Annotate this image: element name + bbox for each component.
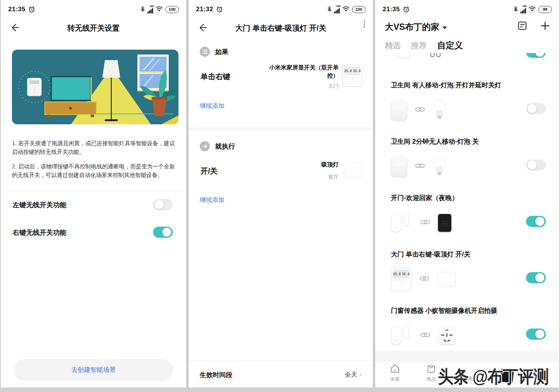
nav-bar: 大门 单击右键-吸顶灯 开/关 ⋮ <box>189 19 373 36</box>
nav-bar: 转无线开关设置 <box>1 19 186 36</box>
scene-toggle[interactable] <box>526 216 546 227</box>
tab-custom[interactable]: 自定义 <box>437 40 463 51</box>
scene-row[interactable]: 大门 单击右键-吸顶灯 开/关 25.632.4 <box>375 244 559 301</box>
target-device-room: 客厅 <box>258 174 339 181</box>
tab-recommended[interactable]: 推荐 <box>411 40 427 51</box>
chevron-right-icon: › <box>360 371 362 379</box>
condition-list-icon <box>200 47 210 57</box>
home-selector[interactable]: 大VS布丁的家 <box>385 21 447 33</box>
plug-icon <box>436 53 441 57</box>
wifi-icon <box>529 6 536 13</box>
then-label: 就执行 <box>215 142 235 151</box>
left-key-wireless-toggle[interactable] <box>153 199 173 210</box>
home-name: 大VS布丁的家 <box>385 21 439 33</box>
link-icon <box>415 106 425 114</box>
instruction-paragraph-2: 2. 启动后，该物理按键不再控制电线的通断电，而是变为一个全新的无线开关，可以通… <box>12 162 177 180</box>
tab-featured[interactable]: 精选 <box>385 40 401 51</box>
if-add-more-link[interactable]: 继续添加 <box>200 102 224 110</box>
link-icon <box>419 276 430 283</box>
automation-detail-screen: 21:32 HD 100 大门 单击右键-吸顶灯 开/关 ⋮ 如果 单击右键 小… <box>189 0 373 388</box>
signal-strength-icon: HD <box>334 5 340 13</box>
status-bar: 21:35 HD 100 <box>1 4 186 15</box>
round-device-icon <box>395 53 413 58</box>
motion-sensor-icon <box>391 156 407 177</box>
scene-title: 大门 单击右键-吸顶灯 开/关 <box>391 250 470 259</box>
scene-title: 卫生间 有人移动-灯泡 开灯并延时关灯 <box>391 81 501 90</box>
clock-time: 21:32 <box>196 6 213 13</box>
chevron-down-icon <box>442 27 447 29</box>
signal-strength-icon: HD <box>520 5 526 13</box>
living-room-illustration <box>12 50 178 124</box>
status-bar: 21:32 HD 100 <box>189 4 373 15</box>
mi-home-scenes-screen: 21:35 HD 99 大VS布丁的家 精选 推荐 自定义 卫生间 <box>375 0 559 388</box>
shopping-bag-icon <box>427 364 436 373</box>
more-menu-icon[interactable]: ⋮ <box>360 22 364 26</box>
scene-toggle[interactable] <box>526 103 546 114</box>
instruction-paragraph-1: 1. 若开关接通了电源且闲置，或已连接智能灯具等智能设备，建议启动按键的转无线开… <box>12 139 177 156</box>
lcd-humidity: 32.4 <box>402 272 410 276</box>
lcd-temperature: 25.6 <box>393 272 401 276</box>
clock-time: 21:35 <box>383 6 400 13</box>
scene-toggle[interactable] <box>526 159 546 171</box>
add-icon[interactable] <box>541 21 550 32</box>
nav-label: 米家 <box>382 376 408 383</box>
effective-period-label: 生效时间段 <box>200 370 233 379</box>
wifi-icon <box>342 6 349 13</box>
scene-tabs: 精选 推荐 自定义 <box>385 40 463 51</box>
partially-scrolled-scene-row <box>375 53 559 62</box>
section-divider <box>189 127 373 131</box>
toggle-knob <box>162 228 171 237</box>
target-device-name: 吸顶灯 <box>258 161 339 169</box>
scene-row[interactable]: 门窗传感器 小蚁智能摄像机开启拍摄 <box>375 300 559 351</box>
trigger-device-name: 小米米家屏显开关（双开单控） <box>258 63 339 80</box>
alarm-icon <box>28 6 35 13</box>
scene-row[interactable]: 卫生间 有人移动-灯泡 开灯并延时关灯 <box>375 75 559 131</box>
create-smart-scene-button[interactable]: 去创建智能场景 <box>14 359 173 381</box>
screenshot-frame-edge <box>0 388 560 392</box>
execute-action: 开/关 <box>200 166 218 176</box>
trigger-device-room: 大门 <box>258 83 339 90</box>
signal-strength-icon: HD <box>147 5 153 13</box>
nav-mi-home[interactable]: 米家 <box>382 364 408 383</box>
battery-icon: 99 <box>538 6 552 13</box>
battery-icon: 100 <box>352 6 365 13</box>
ceiling-light-thumbnail <box>344 163 362 178</box>
toggle-knob <box>155 200 164 209</box>
smart-socket-icon <box>438 327 456 345</box>
content-gap <box>375 351 559 361</box>
right-key-wireless-toggle[interactable] <box>153 227 173 238</box>
watermark-text: 头条 @布丁评测 <box>438 365 549 388</box>
link-icon <box>415 163 425 170</box>
bluetooth-icon <box>141 6 145 13</box>
then-add-more-link[interactable]: 继续添加 <box>200 196 224 204</box>
divider <box>189 361 373 361</box>
scene-toggle[interactable] <box>526 272 546 283</box>
alarm-icon <box>216 6 223 13</box>
scene-toggle[interactable] <box>526 329 546 340</box>
then-section-header: 就执行 <box>200 141 235 151</box>
scene-row[interactable]: 卫生间 2分钟无人移动-灯泡 关 <box>375 131 559 188</box>
lcd-humidity: 32.4 <box>353 69 361 73</box>
lcd-temperature: 25.6 <box>344 69 352 73</box>
bulb-icon <box>433 155 446 178</box>
scene-list: 卫生间 有人移动-灯泡 开灯并延时关灯 卫生间 2分钟无人移动-灯泡 关 开门-… <box>375 53 559 351</box>
scene-toggle[interactable] <box>526 53 546 58</box>
screen-switch-thumbnail: 25.632.4 <box>342 65 363 87</box>
scene-log-icon[interactable] <box>517 21 527 32</box>
effective-period-value[interactable]: 全天 › <box>345 370 362 379</box>
door-sensor-icon <box>391 325 413 346</box>
trigger-action: 单击右键 <box>200 72 230 82</box>
motion-sensor-icon <box>391 100 407 121</box>
scene-title: 开门-欢迎回家（夜晚） <box>391 193 458 202</box>
door-sensor-icon <box>391 212 413 234</box>
wireless-switch-settings-screen: 21:35 HD 100 转无线开关设置 <box>1 0 186 388</box>
automation-title: 大门 单击右键-吸顶灯 开/关 <box>189 23 373 33</box>
divider <box>1 192 186 192</box>
wifi-icon <box>156 6 163 13</box>
period-value-text: 全天 <box>345 370 357 379</box>
clock-time: 21:35 <box>8 6 25 13</box>
scene-title: 门窗传感器 小蚁智能摄像机开启拍摄 <box>391 306 497 315</box>
link-icon <box>420 332 430 339</box>
scene-row[interactable]: 开门-欢迎回家（夜晚） <box>375 187 559 244</box>
scene-title: 卫生间 2分钟无人移动-灯泡 关 <box>391 137 479 146</box>
